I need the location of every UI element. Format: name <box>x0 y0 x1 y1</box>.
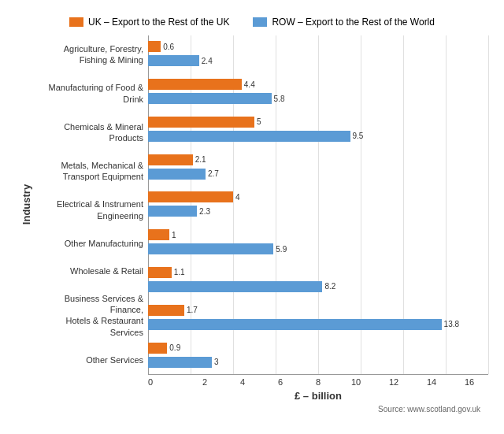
bars-area: 0.62.44.45.859.52.12.742.315.91.18.21.71… <box>148 35 488 374</box>
row-bar-value: 2.7 <box>208 169 219 178</box>
uk-bar <box>148 41 161 52</box>
x-tick: 0 <box>148 375 186 387</box>
row-bar-row: 5.8 <box>148 92 488 105</box>
x-tick: 6 <box>261 375 299 387</box>
uk-bar <box>148 154 193 165</box>
row-bar <box>148 169 206 180</box>
legend-uk-swatch <box>69 17 83 27</box>
row-bar-row: 2.3 <box>148 205 488 217</box>
bar-group: 42.3 <box>148 191 488 217</box>
row-bar <box>148 243 273 254</box>
uk-bar-row: 1.7 <box>148 304 488 317</box>
row-bar-value: 9.5 <box>353 132 364 140</box>
uk-bar-value: 2.1 <box>195 155 206 164</box>
uk-bar-value: 4 <box>235 193 240 202</box>
x-tick: 14 <box>413 375 450 387</box>
category-label: Agriculture, Forestry,Fishing & Mining <box>38 43 143 66</box>
uk-bar-value: 1.1 <box>174 268 185 276</box>
legend-row: ROW – Export to the Rest of the World <box>253 17 435 28</box>
row-bar <box>148 93 272 104</box>
row-bar-value: 3 <box>214 358 219 366</box>
y-categories: Agriculture, Forestry,Fishing & MiningMa… <box>38 35 148 374</box>
row-bar-row: 8.2 <box>148 280 488 293</box>
x-tick: 16 <box>450 375 488 387</box>
category-label: Other Manufacturing <box>38 238 143 249</box>
uk-bar-row: 4 <box>148 191 488 203</box>
y-axis-label: Industry <box>21 184 33 224</box>
bar-group: 1.713.8 <box>148 304 488 331</box>
category-label: Chemicals & MineralProducts <box>38 121 143 144</box>
x-axis-area: 0246810121416 £ – billion <box>148 374 488 402</box>
uk-bar-row: 0.6 <box>148 40 488 53</box>
legend-uk: UK – Export to the Rest of the UK <box>69 17 229 28</box>
uk-bar-value: 1.7 <box>187 306 198 314</box>
x-tick: 10 <box>337 375 375 387</box>
row-bar-value: 5.9 <box>276 245 287 254</box>
row-bar-value: 5.8 <box>274 95 285 103</box>
row-bar-row: 13.8 <box>148 318 488 331</box>
legend: UK – Export to the Rest of the UK ROW – … <box>16 17 488 28</box>
row-bar-value: 8.2 <box>324 282 335 291</box>
row-bar-value: 13.8 <box>444 320 459 328</box>
legend-row-swatch <box>253 17 267 27</box>
legend-uk-label: UK – Export to the Rest of the UK <box>88 17 229 28</box>
bar-group: 15.9 <box>148 228 488 255</box>
row-bar-row: 9.5 <box>148 130 488 143</box>
uk-bar-row: 0.9 <box>148 342 488 354</box>
x-tick: 2 <box>186 375 224 387</box>
row-bar <box>148 131 350 142</box>
category-label: Business Services & Finance,Hotels & Res… <box>38 293 143 338</box>
row-bar <box>148 55 199 66</box>
row-bar <box>148 281 322 292</box>
bar-group: 1.18.2 <box>148 266 488 293</box>
bar-group: 4.45.8 <box>148 78 488 105</box>
category-label: Electrical & InstrumentEngineering <box>38 198 143 221</box>
uk-bar <box>148 79 242 90</box>
uk-bar <box>148 305 184 316</box>
x-tick: 12 <box>375 375 413 387</box>
uk-bar <box>148 191 233 202</box>
uk-bar-row: 4.4 <box>148 78 488 91</box>
grid-line <box>488 35 489 374</box>
uk-bar-row: 1.1 <box>148 266 488 279</box>
bar-group: 2.12.7 <box>148 154 488 180</box>
uk-bar-row: 1 <box>148 228 488 241</box>
row-bar-row: 2.4 <box>148 54 488 67</box>
uk-bar <box>148 343 167 354</box>
x-ticks: 0246810121416 <box>148 374 488 387</box>
x-axis-title: £ – billion <box>148 390 488 402</box>
source-line: Source: www.scotland.gov.uk <box>16 405 488 414</box>
uk-bar-value: 4.4 <box>244 80 255 89</box>
row-bar-row: 2.7 <box>148 168 488 180</box>
row-bar <box>148 357 212 368</box>
category-label: Metals, Mechanical &Transport Equipment <box>38 160 143 183</box>
bar-group: 0.93 <box>148 342 488 369</box>
uk-bar <box>148 229 169 240</box>
uk-bar-value: 0.9 <box>169 343 180 352</box>
y-axis-label-container: Industry <box>16 35 38 374</box>
category-label: Other Services <box>38 354 143 365</box>
row-bar-row: 3 <box>148 356 488 369</box>
row-bar-row: 5.9 <box>148 243 488 255</box>
x-tick: 8 <box>299 375 337 387</box>
bar-group: 0.62.4 <box>148 40 488 67</box>
chart-body: Industry Agriculture, Forestry,Fishing &… <box>16 35 488 374</box>
row-bar <box>148 206 197 217</box>
legend-row-label: ROW – Export to the Rest of the World <box>272 17 435 28</box>
uk-bar-row: 5 <box>148 116 488 128</box>
uk-bar-row: 2.1 <box>148 154 488 166</box>
x-tick: 4 <box>224 375 261 387</box>
chart-container: UK – Export to the Rest of the UK ROW – … <box>8 9 496 426</box>
category-label: Wholesale & Retail <box>38 265 143 276</box>
uk-bar <box>148 267 172 278</box>
row-bar <box>148 319 442 330</box>
uk-bar-value: 0.6 <box>163 43 174 51</box>
row-bar-value: 2.3 <box>199 207 210 216</box>
category-label: Manufacturing of Food &Drink <box>38 82 143 105</box>
uk-bar <box>148 117 254 128</box>
uk-bar-value: 1 <box>172 231 176 239</box>
row-bar-value: 2.4 <box>202 57 213 65</box>
bar-group: 59.5 <box>148 116 488 143</box>
uk-bar-value: 5 <box>257 117 261 126</box>
